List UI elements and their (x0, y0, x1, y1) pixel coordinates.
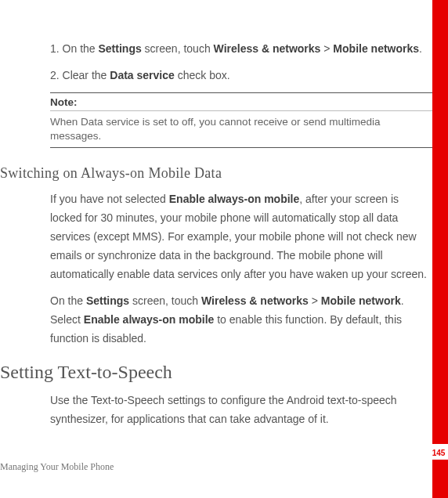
sub-heading: Switching on Always-on Mobile Data (0, 165, 440, 182)
step-item-2: 2. Clear the Data service check box. (50, 66, 429, 85)
always-on-section: If you have not selected Enable always-o… (0, 189, 440, 348)
step-number: 1. (50, 42, 60, 55)
body-paragraph: On the Settings screen, touch Wireless &… (50, 291, 429, 348)
note-label: Note: (50, 93, 432, 111)
footer-text: Managing Your Mobile Phone (0, 461, 114, 473)
step-number: 2. (50, 69, 60, 81)
note-text: When Data service is set to off, you can… (50, 111, 432, 147)
tts-section: Use the Text-to-Speech settings to confi… (0, 391, 440, 428)
step-text: Clear the Data service check box. (63, 69, 230, 81)
page-number: 145 (431, 449, 446, 457)
document-page: 1. On the Settings screen, touch Wireles… (0, 0, 448, 498)
main-heading: Setting Text-to-Speech (0, 362, 440, 383)
note-block: Note: When Data service is set to off, y… (50, 92, 432, 148)
body-paragraph: Use the Text-to-Speech settings to confi… (50, 391, 429, 428)
step-text: On the Settings screen, touch Wireless &… (63, 42, 422, 55)
page-edge-tab (432, 0, 448, 498)
body-paragraph: If you have not selected Enable always-o… (50, 189, 429, 283)
step-item-1: 1. On the Settings screen, touch Wireles… (50, 39, 429, 58)
step-list: 1. On the Settings screen, touch Wireles… (0, 39, 440, 85)
